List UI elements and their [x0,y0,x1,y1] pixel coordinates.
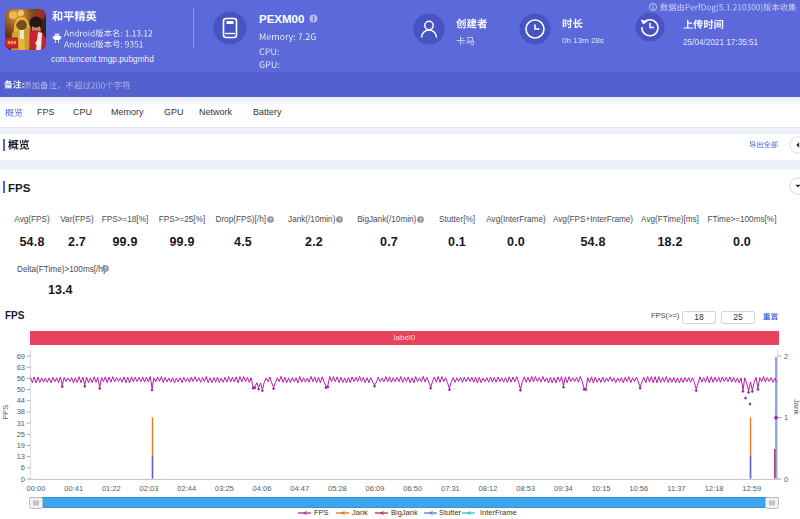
svg-text:03:25: 03:25 [215,484,234,493]
svg-text:02:03: 02:03 [140,484,159,493]
svg-text:02:44: 02:44 [177,484,196,493]
svg-text:06:50: 06:50 [403,484,422,493]
svg-text:63: 63 [17,363,25,372]
svg-text:0: 0 [21,475,25,484]
svg-text:2: 2 [784,352,788,361]
svg-text:Jank: Jank [792,399,800,415]
svg-text:31: 31 [17,419,25,428]
svg-text:06:09: 06:09 [366,484,385,493]
svg-text:12:18: 12:18 [705,484,724,493]
svg-text:0: 0 [784,475,788,484]
svg-text:10:56: 10:56 [629,484,648,493]
svg-text:09:34: 09:34 [554,484,573,493]
svg-text:13: 13 [17,452,25,461]
svg-text:38: 38 [17,407,25,416]
svg-text:10:15: 10:15 [592,484,611,493]
svg-text:04:47: 04:47 [290,484,309,493]
svg-text:56: 56 [17,374,25,383]
svg-text:05:28: 05:28 [328,484,347,493]
svg-text:6: 6 [21,463,25,472]
svg-text:1: 1 [784,413,788,422]
svg-text:00:00: 00:00 [27,484,46,493]
svg-text:07:31: 07:31 [441,484,460,493]
svg-text:FPS: FPS [1,405,10,420]
svg-text:11:37: 11:37 [667,484,685,493]
svg-text:19: 19 [17,441,25,450]
svg-text:04:06: 04:06 [253,484,272,493]
svg-text:25: 25 [17,430,25,439]
svg-text:01:22: 01:22 [102,484,121,493]
svg-text:44: 44 [17,396,25,405]
svg-text:08:12: 08:12 [479,484,498,493]
svg-text:50: 50 [17,385,25,394]
svg-text:69: 69 [17,352,25,361]
svg-text:00:41: 00:41 [64,484,83,493]
svg-text:12:59: 12:59 [742,484,761,493]
svg-text:08:53: 08:53 [516,484,535,493]
